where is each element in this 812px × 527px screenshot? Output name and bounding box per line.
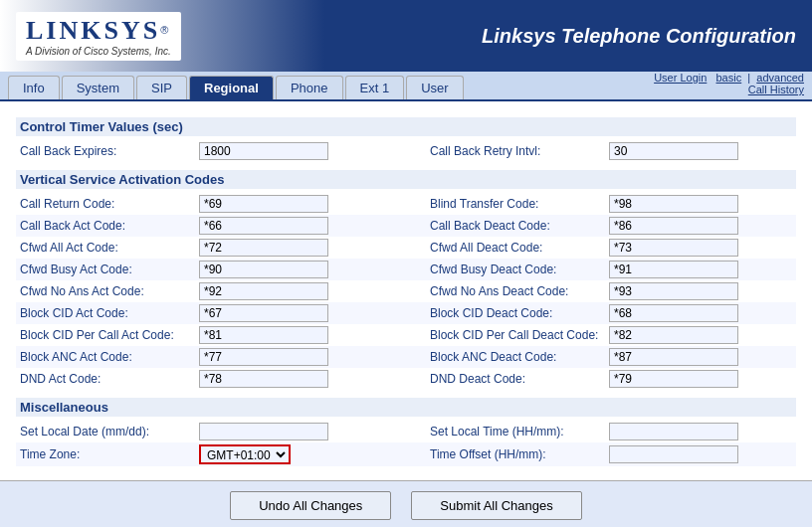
nav-tabs: Info System SIP Regional Phone Ext 1 Use… — [8, 76, 466, 99]
tab-system[interactable]: System — [62, 76, 134, 99]
call-back-retry-input-cell — [605, 140, 796, 162]
dnd-act-input[interactable] — [199, 370, 328, 388]
time-zone-select[interactable]: GMT-12:00 GMT-11:00 GMT-10:00 GMT-09:00 … — [199, 444, 291, 464]
logo-area: LINKSYS® A Division of Cisco Systems, In… — [16, 12, 181, 61]
set-local-date-label: Set Local Date (mm/dd): — [16, 421, 195, 442]
blind-transfer-label: Blind Transfer Code: — [426, 193, 605, 215]
header-title: Linksys Telephone Configuration — [482, 25, 796, 48]
cfwd-all-deact-input[interactable] — [609, 239, 738, 257]
call-history-link[interactable]: Call History — [748, 84, 804, 95]
cfwd-no-ans-deact-input[interactable] — [609, 282, 738, 300]
block-cid-deact-input[interactable] — [609, 304, 738, 322]
cfwd-busy-deact-label: Cfwd Busy Deact Code: — [426, 259, 605, 280]
miscellaneous-table: Set Local Date (mm/dd): Set Local Time (… — [16, 421, 796, 466]
table-row: DND Act Code: DND Deact Code: — [16, 368, 796, 390]
block-cid-act-input[interactable] — [199, 304, 328, 322]
tab-ext1[interactable]: Ext 1 — [345, 76, 405, 99]
submit-button[interactable]: Submit All Changes — [411, 491, 581, 520]
block-cid-per-call-act-input[interactable] — [199, 326, 328, 344]
blind-transfer-input[interactable] — [609, 195, 738, 213]
table-row: Cfwd All Act Code: Cfwd All Deact Code: — [16, 237, 796, 259]
section-miscellaneous: Miscellaneous — [16, 398, 796, 417]
set-local-date-input[interactable] — [199, 423, 328, 440]
call-back-expires-input-cell — [195, 140, 386, 162]
cfwd-all-act-input[interactable] — [199, 239, 328, 257]
nav-right: User Login basic | advanced Call History — [654, 72, 804, 99]
call-back-retry-input[interactable] — [609, 142, 738, 160]
call-back-deact-label: Call Back Deact Code: — [426, 215, 605, 237]
table-row: Call Return Code: Blind Transfer Code: — [16, 193, 796, 215]
table-row: Call Back Act Code: Call Back Deact Code… — [16, 215, 796, 237]
tab-info[interactable]: Info — [8, 76, 60, 99]
cfwd-all-deact-label: Cfwd All Deact Code: — [426, 237, 605, 259]
advanced-link[interactable]: advanced — [756, 72, 804, 84]
block-anc-deact-input[interactable] — [609, 348, 738, 366]
cfwd-no-ans-act-input[interactable] — [199, 282, 328, 300]
block-anc-act-input[interactable] — [199, 348, 328, 366]
section-vertical-service: Vertical Service Activation Codes — [16, 170, 796, 189]
set-local-time-input[interactable] — [609, 423, 738, 440]
set-local-time-label: Set Local Time (HH/mm): — [426, 421, 605, 442]
block-cid-deact-label: Block CID Deact Code: — [426, 302, 605, 324]
table-row: Cfwd Busy Act Code: Cfwd Busy Deact Code… — [16, 259, 796, 280]
tab-user[interactable]: User — [406, 76, 463, 99]
call-back-act-input[interactable] — [199, 217, 328, 235]
block-anc-act-label: Block ANC Act Code: — [16, 346, 195, 368]
block-cid-per-call-deact-label: Block CID Per Call Deact Code: — [426, 324, 605, 346]
dnd-act-label: DND Act Code: — [16, 368, 195, 390]
dnd-deact-label: DND Deact Code: — [426, 368, 605, 390]
logo-brand: LINKSYS® — [26, 16, 171, 46]
table-row: Block ANC Act Code: Block ANC Deact Code… — [16, 346, 796, 368]
time-offset-input[interactable] — [609, 445, 738, 463]
section-control-timer: Control Timer Values (sec) — [16, 117, 796, 136]
table-row: Time Zone: GMT-12:00 GMT-11:00 GMT-10:00… — [16, 442, 796, 466]
call-return-input[interactable] — [199, 195, 328, 213]
cfwd-busy-deact-input[interactable] — [609, 261, 738, 278]
call-return-label: Call Return Code: — [16, 193, 195, 215]
call-back-retry-label: Call Back Retry Intvl: — [426, 140, 605, 162]
control-timer-table: Call Back Expires: Call Back Retry Intvl… — [16, 140, 796, 162]
cfwd-no-ans-act-label: Cfwd No Ans Act Code: — [16, 280, 195, 302]
nav-bar: Info System SIP Regional Phone Ext 1 Use… — [0, 72, 812, 101]
tab-phone[interactable]: Phone — [276, 76, 343, 99]
table-row: Block CID Act Code: Block CID Deact Code… — [16, 302, 796, 324]
table-row: Set Local Date (mm/dd): Set Local Time (… — [16, 421, 796, 442]
cfwd-all-act-label: Cfwd All Act Code: — [16, 237, 195, 259]
time-zone-label: Time Zone: — [16, 442, 195, 466]
undo-button[interactable]: Undo All Changes — [230, 491, 391, 520]
block-cid-act-label: Block CID Act Code: — [16, 302, 195, 324]
call-back-expires-input[interactable] — [199, 142, 328, 160]
dnd-deact-input[interactable] — [609, 370, 738, 388]
table-row: Block CID Per Call Act Code: Block CID P… — [16, 324, 796, 346]
tab-regional[interactable]: Regional — [189, 76, 274, 99]
cfwd-no-ans-deact-label: Cfwd No Ans Deact Code: — [426, 280, 605, 302]
cfwd-busy-act-label: Cfwd Busy Act Code: — [16, 259, 195, 280]
header: LINKSYS® A Division of Cisco Systems, In… — [0, 0, 812, 72]
block-cid-per-call-act-label: Block CID Per Call Act Code: — [16, 324, 195, 346]
user-login-link[interactable]: User Login — [654, 72, 707, 84]
call-back-expires-label: Call Back Expires: — [16, 140, 195, 162]
logo-sub: A Division of Cisco Systems, Inc. — [26, 46, 171, 57]
table-row: Cfwd No Ans Act Code: Cfwd No Ans Deact … — [16, 280, 796, 302]
basic-link[interactable]: basic — [716, 72, 742, 84]
block-anc-deact-label: Block ANC Deact Code: — [426, 346, 605, 368]
footer: Undo All Changes Submit All Changes — [0, 480, 812, 527]
tab-sip[interactable]: SIP — [136, 76, 187, 99]
block-cid-per-call-deact-input[interactable] — [609, 326, 738, 344]
call-back-act-label: Call Back Act Code: — [16, 215, 195, 237]
call-back-deact-input[interactable] — [609, 217, 738, 235]
table-row: Call Back Expires: Call Back Retry Intvl… — [16, 140, 796, 162]
time-zone-select-cell: GMT-12:00 GMT-11:00 GMT-10:00 GMT-09:00 … — [195, 442, 386, 466]
time-offset-label: Time Offset (HH/mm): — [426, 442, 605, 466]
cfwd-busy-act-input[interactable] — [199, 261, 328, 278]
vertical-service-table: Call Return Code: Blind Transfer Code: C… — [16, 193, 796, 390]
main-content: Control Timer Values (sec) Call Back Exp… — [0, 101, 812, 474]
